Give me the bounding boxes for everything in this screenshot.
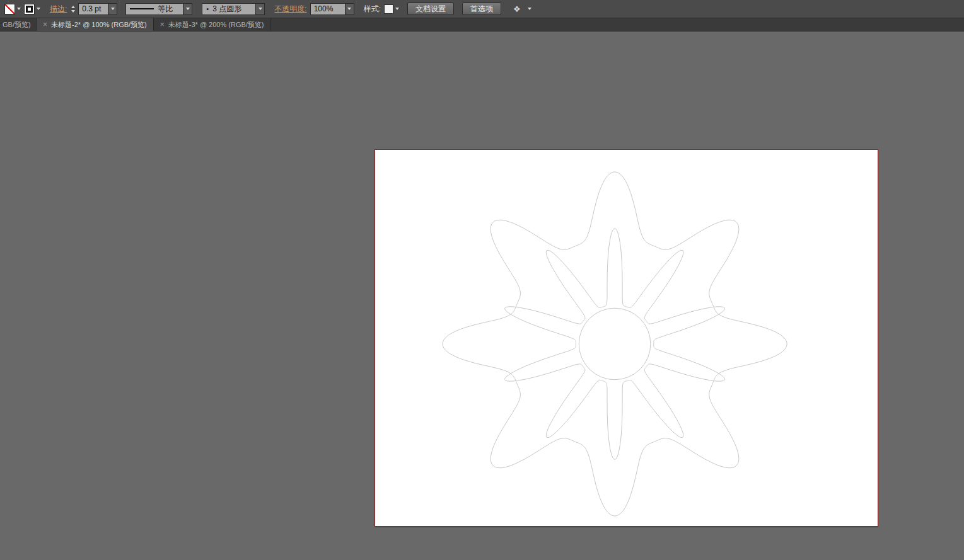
tab-label: GB/预览) — [3, 20, 31, 30]
step-up-icon[interactable] — [71, 6, 75, 8]
chevron-down-icon[interactable] — [528, 8, 531, 10]
stroke-swatch-icon[interactable] — [24, 4, 35, 14]
chevron-down-icon[interactable] — [37, 8, 40, 10]
fill-none-swatch-icon[interactable] — [4, 4, 15, 14]
opacity-control: 100% — [310, 3, 354, 15]
fill-color-control[interactable] — [4, 4, 21, 14]
brush-dropdown-button[interactable] — [255, 3, 265, 15]
style-label: 样式: — [364, 4, 381, 14]
uniform-profile-line-icon — [130, 8, 154, 9]
chevron-down-icon[interactable] — [395, 8, 399, 10]
width-profile-dropdown[interactable]: 等比 — [125, 3, 183, 15]
stroke-width-input[interactable]: 0.3 pt — [78, 3, 108, 15]
stroke-color-control[interactable] — [24, 4, 40, 14]
tab-document-2[interactable]: × 未标题-2* @ 100% (RGB/预览) — [37, 18, 154, 31]
round-brush-icon: • — [206, 5, 209, 13]
illustrator-window: 描边: 0.3 pt 等比 • 3 点圆形 — [0, 0, 964, 560]
outer-flower-path[interactable] — [443, 172, 787, 516]
inner-flower-path[interactable] — [505, 229, 725, 460]
brush-value: 3 点圆形 — [212, 4, 241, 14]
style-swatch-icon[interactable] — [384, 4, 393, 14]
brush-dropdown[interactable]: • 3 点圆形 — [202, 3, 256, 15]
tab-label: 未标题-2* @ 100% (RGB/预览) — [51, 20, 147, 30]
brush-control: • 3 点圆形 — [202, 3, 265, 15]
tab-document-3[interactable]: × 未标题-3* @ 200% (RGB/预览) — [154, 18, 271, 31]
chevron-down-icon — [186, 8, 190, 10]
chevron-down-icon — [347, 8, 351, 10]
control-bar: 描边: 0.3 pt 等比 • 3 点圆形 — [0, 0, 964, 18]
tab-document-1[interactable]: GB/预览) — [0, 18, 37, 31]
stroke-width-dropdown-button[interactable] — [108, 3, 117, 15]
document-setup-button[interactable]: 文档设置 — [407, 3, 454, 15]
document-tab-bar: GB/预览) × 未标题-2* @ 100% (RGB/预览) × 未标题-3*… — [0, 18, 964, 31]
flower-artwork — [375, 150, 878, 526]
tab-close-icon[interactable]: × — [43, 21, 47, 28]
style-control[interactable] — [384, 4, 399, 14]
opacity-label[interactable]: 不透明度: — [274, 4, 306, 14]
stroke-width-stepper[interactable] — [71, 6, 75, 13]
chevron-down-icon[interactable] — [17, 8, 21, 10]
stroke-width-control: 0.3 pt — [78, 3, 117, 15]
chevron-down-icon — [258, 8, 262, 10]
width-profile-dropdown-button[interactable] — [183, 3, 192, 15]
artboard[interactable] — [375, 149, 878, 527]
canvas-area[interactable] — [0, 31, 964, 560]
width-profile-control: 等比 — [125, 3, 192, 15]
tab-close-icon[interactable]: × — [160, 21, 165, 28]
flower-center-circle[interactable] — [579, 308, 651, 380]
width-profile-value: 等比 — [158, 4, 173, 14]
step-down-icon[interactable] — [71, 10, 75, 13]
tab-label: 未标题-3* @ 200% (RGB/预览) — [168, 20, 264, 30]
preferences-button[interactable]: 首选项 — [462, 3, 501, 15]
chevron-down-icon — [111, 8, 115, 10]
opacity-input[interactable]: 100% — [310, 3, 346, 15]
select-similar-icon[interactable]: ❖ — [513, 4, 521, 14]
stroke-label[interactable]: 描边: — [50, 4, 67, 14]
opacity-dropdown-button[interactable] — [345, 3, 354, 15]
